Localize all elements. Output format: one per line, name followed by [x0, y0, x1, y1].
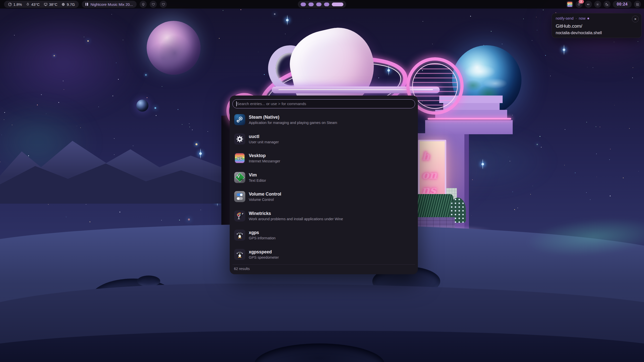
pause-icon [86, 3, 88, 6]
search-input[interactable] [232, 99, 415, 108]
launcher-item-xgps[interactable]: xgps GPS information [232, 225, 415, 245]
moon-off-icon [605, 3, 609, 6]
vesktop-tray-icon: VC [567, 2, 572, 7]
app-name: Vesktop [249, 153, 280, 158]
close-icon: ✕ [634, 17, 636, 21]
notification-sep: · [576, 16, 577, 20]
results-count: 62 results [234, 267, 250, 271]
notification-body-line: GitHub.com/ [556, 23, 582, 29]
neon-sign-text: on [422, 168, 437, 181]
tray-vesktop[interactable]: VC [566, 1, 573, 8]
heart-button[interactable] [160, 1, 167, 8]
hedge-plants [415, 194, 453, 218]
workspace-dot[interactable] [324, 3, 329, 6]
unread-dot-icon [587, 18, 589, 19]
launcher-item-steam[interactable]: Steam (Native) Application for managing … [232, 110, 415, 129]
notification-close-button[interactable]: ✕ [632, 16, 639, 22]
chip-icon [61, 2, 65, 7]
cpu-temp-value: 43°C [31, 2, 40, 7]
app-name: uuctl [249, 134, 279, 139]
app-description: Application for managing and playing gam… [249, 121, 337, 125]
sparkle-star [200, 153, 201, 154]
cpu-load-value: 1.8% [13, 2, 22, 7]
workspaces-widget [298, 1, 346, 8]
sparkle-star [482, 164, 483, 165]
speaker-icon [586, 3, 590, 6]
tux-icon [234, 249, 245, 260]
notification-badge: 2 [579, 0, 584, 4]
launcher-item-vesktop[interactable]: VC Vesktop Internet Messenger [232, 149, 415, 168]
tux-icon [234, 230, 245, 241]
skull-button[interactable] [140, 1, 147, 8]
launcher-item-volume-control[interactable]: Volume Control Volume Control [232, 187, 415, 206]
workspace-dot[interactable] [316, 3, 321, 6]
night-light-button[interactable] [603, 1, 611, 8]
footer-divider [232, 264, 415, 265]
app-name: Volume Control [249, 192, 281, 197]
building-neon-underline [428, 118, 511, 120]
desktop: h on ns 1.8% [0, 0, 644, 362]
gauge-icon [8, 2, 12, 7]
memory-stat: 9.7G [61, 2, 75, 7]
launcher-item-uuctl[interactable]: uuctl User unit manager [232, 129, 415, 149]
gpu-temp-stat: 38°C [44, 2, 58, 7]
app-description: Text Editor [249, 178, 266, 183]
steam-icon [234, 114, 245, 125]
launcher-item-vim[interactable]: V im Vim Text Editor [232, 168, 415, 187]
building-left-edge [221, 116, 230, 231]
launcher-item-winetricks[interactable]: Winetricks Work around problems and inst… [232, 206, 415, 226]
cpu-temp-stat: 43°C [26, 2, 40, 7]
cpu-load-stat: 1.8% [8, 2, 22, 7]
app-description: GPS speedometer [249, 255, 279, 259]
volume-button[interactable] [585, 1, 592, 8]
monitor-icon [44, 2, 48, 7]
clock-widget[interactable]: 00:24 [613, 1, 632, 8]
media-title: Nightcore Music Mix 20... [91, 2, 133, 7]
volume-toggles-icon [234, 191, 245, 202]
sun-icon [596, 3, 599, 6]
overview-button[interactable] [634, 1, 641, 8]
launcher-item-xgpsspeed[interactable]: xgpsspeed GPS speedometer [232, 245, 415, 264]
vesktop-icon: VC [234, 153, 245, 164]
media-player-widget[interactable]: Nightcore Music Mix 20... [82, 1, 137, 8]
nebula-purple [0, 10, 141, 116]
app-launcher-panel: Steam (Native) Application for managing … [230, 96, 418, 274]
vim-icon: V im [234, 172, 245, 183]
heart-icon [162, 3, 165, 6]
app-name: Vim [249, 172, 266, 178]
app-description: Work around problems and install applica… [249, 217, 343, 221]
workspace-dot[interactable] [301, 3, 306, 6]
app-name: Steam (Native) [249, 115, 337, 120]
flame-icon [26, 2, 30, 7]
notification-card[interactable]: notify-send · now ✕ GitHub.com/ noctalia… [552, 13, 642, 38]
brightness-button[interactable] [594, 1, 601, 8]
search-wrap [232, 99, 415, 108]
app-description: GPS information [249, 236, 275, 240]
neon-sign-text: h [422, 150, 430, 163]
memory-value: 9.7G [67, 2, 75, 7]
workspace-dot-active[interactable] [332, 3, 343, 6]
app-name: xgpsspeed [249, 249, 279, 255]
heart-button[interactable] [150, 1, 157, 8]
system-stats-widget[interactable]: 1.8% 43°C 38°C 9.7G [4, 1, 79, 8]
notification-body-line: noctalia-dev/noctalia.shell [556, 31, 602, 35]
notification-header: notify-send · now [556, 16, 589, 20]
heart-icon [151, 3, 155, 6]
app-name: xgps [249, 230, 275, 235]
gpu-temp-value: 38°C [49, 2, 58, 7]
clock-time: 00:24 [617, 2, 628, 7]
notification-app: notify-send [556, 16, 574, 20]
app-description: Volume Control [249, 198, 281, 202]
small-planet [136, 100, 148, 112]
skull-icon [141, 3, 145, 6]
shop-window: h on ns [418, 140, 446, 201]
app-name: Winetricks [249, 211, 343, 216]
app-description: Internet Messenger [249, 159, 280, 163]
winetricks-icon [234, 210, 245, 221]
sparkle-star [287, 20, 288, 21]
sparkle-star [564, 49, 565, 50]
gear-icon [234, 133, 245, 145]
notifications-button[interactable]: 2 [576, 1, 583, 8]
results-list: Steam (Native) Application for managing … [232, 110, 415, 264]
workspace-dot[interactable] [308, 3, 314, 6]
